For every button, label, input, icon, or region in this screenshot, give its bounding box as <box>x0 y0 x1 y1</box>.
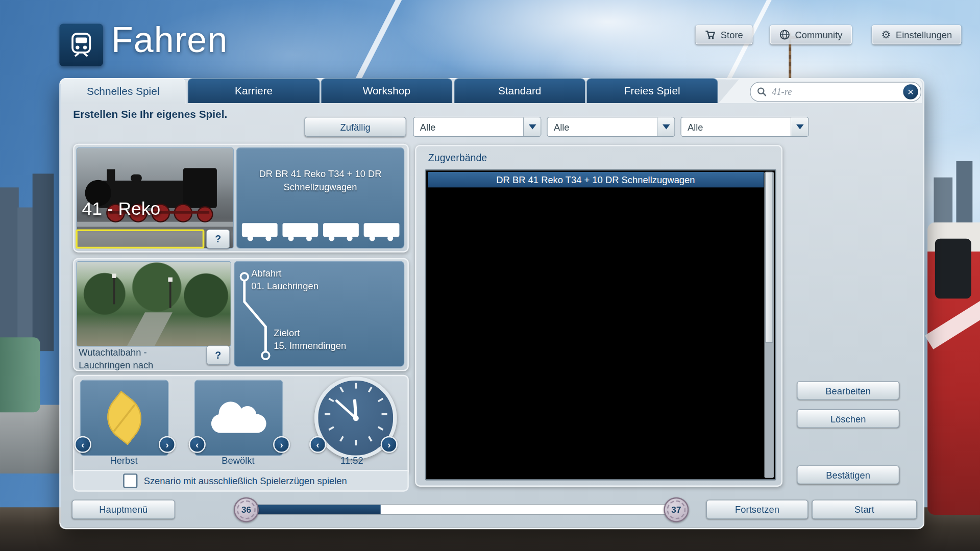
globe-icon <box>779 30 790 40</box>
semaphore-signal <box>113 276 115 304</box>
engine-help-button[interactable]: ? <box>206 229 230 248</box>
route-image-track <box>126 312 173 346</box>
scenario-slider-track[interactable] <box>253 504 668 515</box>
tab-label: Workshop <box>363 85 410 97</box>
clear-search-button[interactable]: × <box>903 84 918 99</box>
tab-schnelles-spiel[interactable]: Schnelles Spiel <box>61 78 186 104</box>
app-logo <box>59 24 103 66</box>
chevron-down-icon[interactable] <box>791 117 808 136</box>
weather-prev-button[interactable]: ‹ <box>189 436 206 453</box>
filter-dropdown-2[interactable]: Alle <box>547 117 675 137</box>
filter-dropdown-3[interactable]: Alle <box>680 117 808 137</box>
wagon-icon <box>363 223 399 237</box>
weather-tile <box>194 380 283 456</box>
route-help-button[interactable]: ? <box>206 345 230 365</box>
screen: Fahren Store Community ⚙ Einstellungen S… <box>0 0 980 551</box>
tab-standard[interactable]: Standard <box>454 78 585 103</box>
chevron-down-icon[interactable] <box>657 117 674 136</box>
tab-label: Standard <box>498 85 541 97</box>
start-button-label: Start <box>854 504 874 515</box>
settings-button[interactable]: ⚙ Einstellungen <box>872 25 962 44</box>
list-item-selected[interactable]: DR BR 41 Reko T34 + 10 DR Schnellzugwage… <box>428 172 764 188</box>
wagon-icon <box>282 223 318 237</box>
edit-button-label: Bearbeiten <box>825 385 871 396</box>
search-input[interactable] <box>771 86 903 97</box>
destination-station: 15. Immendingen <box>274 340 346 352</box>
route-name: Wutachtalbahn - Lauchringen nach <box>79 345 204 371</box>
time-label: 11:52 <box>314 455 389 465</box>
background-building <box>33 173 54 351</box>
departure-label: Abfahrt <box>251 267 281 280</box>
time-next-button[interactable]: › <box>381 436 398 453</box>
train-icon <box>67 31 95 59</box>
continue-button-label: Fortsetzen <box>735 504 779 515</box>
route-name-line1: Wutachtalbahn - <box>79 345 204 359</box>
dropdown-value: Alle <box>414 121 523 132</box>
consist-listbox: DR BR 41 Reko T34 + 10 DR Schnellzugwage… <box>425 169 776 481</box>
tab-workshop[interactable]: Workshop <box>321 78 452 103</box>
tab-freies-spiel[interactable]: Freies Spiel <box>586 78 718 103</box>
page-subtitle: Erstellen Sie Ihr eigenes Spiel. <box>73 109 227 121</box>
tab-karriere[interactable]: Karriere <box>187 78 320 103</box>
leaf-icon <box>97 391 152 445</box>
tab-label: Schnelles Spiel <box>87 85 159 97</box>
consist-preview-panel: DR BR 41 Reko T34 + 10 DR Schnellzugwage… <box>236 147 404 248</box>
confirm-button[interactable]: Bestätigen <box>797 465 899 484</box>
store-button-label: Store <box>721 30 743 40</box>
delete-button[interactable]: Löschen <box>797 409 899 428</box>
slider-knob-right-value: 37 <box>671 505 681 515</box>
tab-label: Karriere <box>235 85 273 97</box>
background-green-train <box>0 337 40 412</box>
background-platform <box>0 405 60 473</box>
consist-list-title: Zugverbände <box>428 153 487 164</box>
route-name-line2: Lauchringen nach <box>79 359 204 372</box>
dropdown-value: Alle <box>681 121 791 132</box>
tab-label: Freies Spiel <box>624 85 680 97</box>
random-button[interactable]: Zufällig <box>304 117 406 137</box>
settings-button-label: Einstellungen <box>896 30 952 40</box>
cart-icon <box>705 30 716 40</box>
dropdown-value: Alle <box>548 121 657 132</box>
page-title: Fahren <box>111 19 228 60</box>
main-menu-button[interactable]: Hauptmenü <box>72 500 175 519</box>
community-button-label: Community <box>795 30 843 40</box>
season-tile <box>80 380 169 456</box>
wagon-icon <box>241 223 277 237</box>
random-button-label: Zufällig <box>340 121 371 132</box>
clock-center <box>353 415 358 421</box>
wagon-icon <box>323 223 358 237</box>
filter-dropdown-1[interactable]: Alle <box>413 117 541 137</box>
background-building <box>17 208 34 352</box>
slider-knob-left-value: 36 <box>241 505 251 515</box>
background-red-train <box>927 222 980 515</box>
weather-label: Bewölkt <box>194 455 282 465</box>
player-only-label: Szenario mit ausschließlich Spielerzügen… <box>144 475 347 486</box>
season-next-button[interactable]: › <box>159 436 176 453</box>
help-label: ? <box>215 233 221 244</box>
season-label: Herbst <box>80 455 167 465</box>
gear-icon: ⚙ <box>881 28 891 41</box>
background-building <box>0 187 19 349</box>
chevron-down-icon[interactable] <box>523 117 541 136</box>
departure-station: 01. Lauchringen <box>251 280 318 292</box>
consist-wagons <box>237 223 404 237</box>
slider-knob-left[interactable]: 36 <box>234 497 259 522</box>
store-button[interactable]: Store <box>696 25 752 44</box>
season-prev-button[interactable]: ‹ <box>75 436 91 453</box>
edit-button[interactable]: Bearbeiten <box>797 381 899 400</box>
weather-next-button[interactable]: › <box>273 436 290 453</box>
scrollbar-track[interactable] <box>765 172 774 478</box>
engine-name-input[interactable] <box>76 229 204 248</box>
continue-button[interactable]: Fortsetzen <box>706 500 808 519</box>
destination-label: Zielort <box>274 327 300 339</box>
start-button[interactable]: Start <box>812 500 917 519</box>
time-prev-button[interactable]: ‹ <box>309 436 326 453</box>
cloud-icon <box>211 414 266 433</box>
slider-knob-right[interactable]: 37 <box>664 497 689 522</box>
route-image[interactable] <box>76 261 231 347</box>
player-only-checkbox[interactable] <box>123 473 137 488</box>
main-menu-label: Hauptmenü <box>99 504 148 515</box>
community-button[interactable]: Community <box>770 25 852 44</box>
scrollbar-thumb[interactable] <box>765 172 773 343</box>
route-map-panel: Abfahrt 01. Lauchringen Zielort 15. Imme… <box>234 261 404 367</box>
